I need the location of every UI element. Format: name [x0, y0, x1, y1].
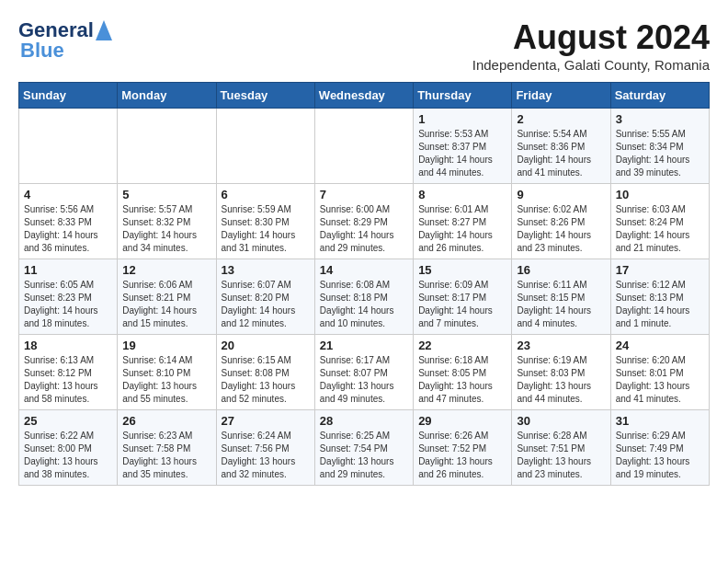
calendar-cell: [314, 109, 413, 184]
calendar-cell: 28Sunrise: 6:25 AMSunset: 7:54 PMDayligh…: [314, 410, 413, 486]
day-info: Sunrise: 6:23 AMSunset: 7:58 PMDaylight:…: [122, 430, 210, 481]
calendar-cell: 13Sunrise: 6:07 AMSunset: 8:20 PMDayligh…: [216, 259, 314, 335]
calendar-cell: 3Sunrise: 5:55 AMSunset: 8:34 PMDaylight…: [610, 109, 709, 184]
calendar-table: SundayMondayTuesdayWednesdayThursdayFrid…: [18, 82, 710, 486]
day-info: Sunrise: 5:57 AMSunset: 8:32 PMDaylight:…: [122, 203, 210, 255]
day-number: 21: [320, 339, 408, 352]
day-number: 6: [222, 188, 310, 201]
day-info: Sunrise: 6:02 AMSunset: 8:26 PMDaylight:…: [517, 203, 605, 255]
day-info: Sunrise: 5:53 AMSunset: 8:37 PMDaylight:…: [418, 128, 506, 179]
day-info: Sunrise: 6:06 AMSunset: 8:21 PMDaylight:…: [122, 279, 210, 330]
day-number: 9: [517, 188, 605, 201]
day-number: 18: [24, 339, 112, 352]
calendar-cell: 25Sunrise: 6:22 AMSunset: 8:00 PMDayligh…: [19, 410, 118, 486]
day-number: 27: [222, 414, 310, 428]
calendar-cell: 11Sunrise: 6:05 AMSunset: 8:23 PMDayligh…: [19, 259, 118, 335]
day-info: Sunrise: 6:22 AMSunset: 8:00 PMDaylight:…: [24, 430, 112, 481]
day-number: 11: [24, 263, 112, 277]
day-info: Sunrise: 6:01 AMSunset: 8:27 PMDaylight:…: [418, 203, 506, 255]
day-info: Sunrise: 6:14 AMSunset: 8:10 PMDaylight:…: [122, 354, 210, 406]
calendar-cell: 23Sunrise: 6:19 AMSunset: 8:03 PMDayligh…: [512, 335, 610, 410]
calendar-cell: 19Sunrise: 6:14 AMSunset: 8:10 PMDayligh…: [118, 335, 216, 410]
day-info: Sunrise: 6:15 AMSunset: 8:08 PMDaylight:…: [222, 354, 310, 406]
day-number: 24: [616, 339, 704, 352]
day-number: 14: [320, 263, 408, 277]
calendar-week-2: 4Sunrise: 5:56 AMSunset: 8:33 PMDaylight…: [19, 184, 710, 259]
day-number: 4: [24, 188, 112, 201]
calendar-cell: 14Sunrise: 6:08 AMSunset: 8:18 PMDayligh…: [314, 259, 413, 335]
day-number: 15: [418, 263, 506, 277]
calendar-cell: 20Sunrise: 6:15 AMSunset: 8:08 PMDayligh…: [216, 335, 314, 410]
calendar-cell: 12Sunrise: 6:06 AMSunset: 8:21 PMDayligh…: [118, 259, 216, 335]
calendar-cell: 2Sunrise: 5:54 AMSunset: 8:36 PMDaylight…: [512, 109, 610, 184]
day-header-sunday: Sunday: [19, 83, 118, 109]
day-info: Sunrise: 6:08 AMSunset: 8:18 PMDaylight:…: [320, 279, 408, 330]
day-info: Sunrise: 6:26 AMSunset: 7:52 PMDaylight:…: [418, 430, 506, 481]
calendar-cell: 31Sunrise: 6:29 AMSunset: 7:49 PMDayligh…: [610, 410, 709, 486]
day-number: 3: [616, 112, 704, 126]
calendar-cell: 16Sunrise: 6:11 AMSunset: 8:15 PMDayligh…: [512, 259, 610, 335]
day-number: 10: [616, 188, 704, 201]
calendar-cell: 26Sunrise: 6:23 AMSunset: 7:58 PMDayligh…: [118, 410, 216, 486]
calendar-cell: 4Sunrise: 5:56 AMSunset: 8:33 PMDaylight…: [19, 184, 118, 259]
day-info: Sunrise: 6:17 AMSunset: 8:07 PMDaylight:…: [320, 354, 408, 406]
calendar-cell: 6Sunrise: 5:59 AMSunset: 8:30 PMDaylight…: [216, 184, 314, 259]
calendar-header-row: SundayMondayTuesdayWednesdayThursdayFrid…: [19, 83, 710, 109]
day-info: Sunrise: 6:18 AMSunset: 8:05 PMDaylight:…: [418, 354, 506, 406]
day-info: Sunrise: 6:25 AMSunset: 7:54 PMDaylight:…: [320, 430, 408, 481]
calendar-cell: 1Sunrise: 5:53 AMSunset: 8:37 PMDaylight…: [414, 109, 512, 184]
month-title: August 2024: [472, 18, 710, 57]
day-number: 29: [418, 414, 506, 428]
day-info: Sunrise: 5:55 AMSunset: 8:34 PMDaylight:…: [616, 128, 704, 179]
day-number: 26: [122, 414, 210, 428]
day-number: 23: [517, 339, 605, 352]
day-number: 8: [418, 188, 506, 201]
day-info: Sunrise: 6:13 AMSunset: 8:12 PMDaylight:…: [24, 354, 112, 406]
day-info: Sunrise: 6:05 AMSunset: 8:23 PMDaylight:…: [24, 279, 112, 330]
day-info: Sunrise: 5:54 AMSunset: 8:36 PMDaylight:…: [517, 128, 605, 179]
day-number: 19: [122, 339, 210, 352]
calendar-cell: 21Sunrise: 6:17 AMSunset: 8:07 PMDayligh…: [314, 335, 413, 410]
day-number: 16: [517, 263, 605, 277]
day-number: 25: [24, 414, 112, 428]
day-number: 5: [122, 188, 210, 201]
day-info: Sunrise: 6:11 AMSunset: 8:15 PMDaylight:…: [517, 279, 605, 330]
logo: General Blue: [18, 18, 112, 59]
day-info: Sunrise: 6:20 AMSunset: 8:01 PMDaylight:…: [616, 354, 704, 406]
day-header-thursday: Thursday: [414, 83, 512, 109]
calendar-cell: 27Sunrise: 6:24 AMSunset: 7:56 PMDayligh…: [216, 410, 314, 486]
day-header-monday: Monday: [118, 83, 216, 109]
calendar-cell: 5Sunrise: 5:57 AMSunset: 8:32 PMDaylight…: [118, 184, 216, 259]
day-info: Sunrise: 6:28 AMSunset: 7:51 PMDaylight:…: [517, 430, 605, 481]
calendar-week-4: 18Sunrise: 6:13 AMSunset: 8:12 PMDayligh…: [19, 335, 710, 410]
calendar-cell: [216, 109, 314, 184]
day-number: 31: [616, 414, 704, 428]
calendar-cell: 17Sunrise: 6:12 AMSunset: 8:13 PMDayligh…: [610, 259, 709, 335]
calendar-cell: 30Sunrise: 6:28 AMSunset: 7:51 PMDayligh…: [512, 410, 610, 486]
calendar-cell: [19, 109, 118, 184]
day-number: 17: [616, 263, 704, 277]
calendar-week-5: 25Sunrise: 6:22 AMSunset: 8:00 PMDayligh…: [19, 410, 710, 486]
day-number: 30: [517, 414, 605, 428]
day-info: Sunrise: 6:19 AMSunset: 8:03 PMDaylight:…: [517, 354, 605, 406]
calendar-cell: 18Sunrise: 6:13 AMSunset: 8:12 PMDayligh…: [19, 335, 118, 410]
logo-icon: [96, 20, 112, 40]
svg-marker-0: [96, 20, 112, 40]
day-header-tuesday: Tuesday: [216, 83, 314, 109]
day-info: Sunrise: 6:07 AMSunset: 8:20 PMDaylight:…: [222, 279, 310, 330]
day-info: Sunrise: 6:09 AMSunset: 8:17 PMDaylight:…: [418, 279, 506, 330]
day-header-friday: Friday: [512, 83, 610, 109]
day-info: Sunrise: 6:29 AMSunset: 7:49 PMDaylight:…: [616, 430, 704, 481]
calendar-week-1: 1Sunrise: 5:53 AMSunset: 8:37 PMDaylight…: [19, 109, 710, 184]
day-header-wednesday: Wednesday: [314, 83, 413, 109]
calendar-cell: 22Sunrise: 6:18 AMSunset: 8:05 PMDayligh…: [414, 335, 512, 410]
calendar-cell: 29Sunrise: 6:26 AMSunset: 7:52 PMDayligh…: [414, 410, 512, 486]
day-info: Sunrise: 6:03 AMSunset: 8:24 PMDaylight:…: [616, 203, 704, 255]
calendar-cell: 10Sunrise: 6:03 AMSunset: 8:24 PMDayligh…: [610, 184, 709, 259]
calendar-cell: [118, 109, 216, 184]
calendar-cell: 15Sunrise: 6:09 AMSunset: 8:17 PMDayligh…: [414, 259, 512, 335]
day-info: Sunrise: 6:12 AMSunset: 8:13 PMDaylight:…: [616, 279, 704, 330]
day-number: 13: [222, 263, 310, 277]
title-area: August 2024 Independenta, Galati County,…: [472, 18, 710, 73]
calendar-cell: 7Sunrise: 6:00 AMSunset: 8:29 PMDaylight…: [314, 184, 413, 259]
